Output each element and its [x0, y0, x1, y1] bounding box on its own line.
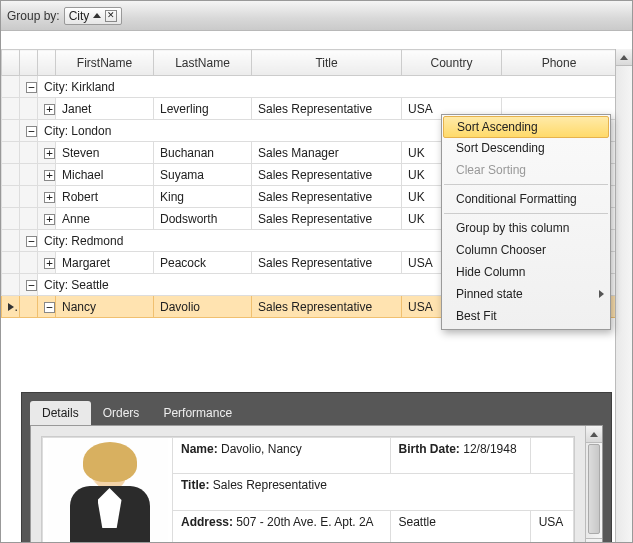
- cell-lastname[interactable]: Suyama: [154, 164, 252, 186]
- scroll-thumb[interactable]: [588, 444, 600, 534]
- detail-address-value: 507 - 20th Ave. E. Apt. 2A: [236, 515, 373, 529]
- cell-title[interactable]: Sales Representative: [252, 252, 402, 274]
- cell-lastname[interactable]: Dodsworth: [154, 208, 252, 230]
- row-spacer: [20, 296, 38, 318]
- row-expand-cell[interactable]: +: [38, 208, 56, 230]
- avatar-cell: [43, 438, 173, 544]
- cell-lastname[interactable]: Buchanan: [154, 142, 252, 164]
- menu-item[interactable]: Sort Ascending: [443, 116, 609, 138]
- close-icon[interactable]: ✕: [105, 10, 117, 22]
- cell-title[interactable]: Sales Representative: [252, 208, 402, 230]
- menu-item: Clear Sorting: [442, 159, 610, 181]
- avatar: [48, 438, 168, 543]
- plus-icon[interactable]: +: [44, 192, 55, 203]
- cell-firstname[interactable]: Janet: [56, 98, 154, 120]
- minus-icon[interactable]: −: [26, 280, 37, 291]
- chevron-up-icon: [590, 432, 598, 437]
- minus-icon[interactable]: −: [26, 236, 37, 247]
- cell-title[interactable]: Sales Representative: [252, 98, 402, 120]
- menu-item[interactable]: Sort Descending: [442, 137, 610, 159]
- row-expand-cell[interactable]: +: [38, 98, 56, 120]
- detail-name-value: Davolio, Nancy: [221, 442, 302, 456]
- menu-item[interactable]: Conditional Formatting: [442, 188, 610, 210]
- minus-icon[interactable]: −: [26, 82, 37, 93]
- row-expand-cell[interactable]: +: [38, 252, 56, 274]
- group-label[interactable]: City: Kirkland: [38, 76, 617, 98]
- detail-city-cell: Seattle: [390, 510, 530, 543]
- detail-name-label: Name:: [181, 442, 218, 456]
- header-phone[interactable]: Phone: [502, 50, 617, 76]
- group-expand-cell[interactable]: −: [20, 120, 38, 142]
- scroll-up-button[interactable]: [616, 49, 632, 66]
- cell-lastname[interactable]: King: [154, 186, 252, 208]
- row-indicator: [2, 142, 20, 164]
- header-country[interactable]: Country: [402, 50, 502, 76]
- group-chip-label: City: [69, 9, 90, 23]
- header-lastname[interactable]: LastName: [154, 50, 252, 76]
- header-indicator: [2, 50, 20, 76]
- group-by-bar: Group by: City ✕: [1, 1, 632, 31]
- header-title[interactable]: Title: [252, 50, 402, 76]
- menu-item[interactable]: Pinned state: [442, 283, 610, 305]
- group-expand-cell[interactable]: −: [20, 230, 38, 252]
- tab-performance[interactable]: Performance: [151, 401, 244, 425]
- tab-details[interactable]: Details: [30, 401, 91, 425]
- menu-item[interactable]: Best Fit: [442, 305, 610, 327]
- row-expand-cell[interactable]: +: [38, 164, 56, 186]
- row-spacer: [20, 186, 38, 208]
- plus-icon[interactable]: +: [44, 104, 55, 115]
- row-indicator: [2, 208, 20, 230]
- detail-title-cell: Title: Sales Representative: [173, 474, 574, 510]
- group-chip-city[interactable]: City ✕: [64, 7, 123, 25]
- row-indicator: [2, 120, 20, 142]
- detail-vertical-scrollbar[interactable]: [585, 426, 602, 543]
- row-indicator: [2, 230, 20, 252]
- group-expand-cell[interactable]: −: [20, 76, 38, 98]
- cell-firstname[interactable]: Margaret: [56, 252, 154, 274]
- detail-country-cell: USA: [530, 510, 573, 543]
- header-firstname[interactable]: FirstName: [56, 50, 154, 76]
- plus-icon[interactable]: +: [44, 258, 55, 269]
- plus-icon[interactable]: +: [44, 170, 55, 181]
- cell-title[interactable]: Sales Representative: [252, 164, 402, 186]
- scroll-up-button[interactable]: [586, 426, 602, 443]
- detail-name-cell: Name: Davolio, Nancy: [173, 438, 391, 474]
- plus-icon[interactable]: +: [44, 214, 55, 225]
- menu-item[interactable]: Column Chooser: [442, 239, 610, 261]
- scroll-down-button[interactable]: [586, 538, 602, 543]
- plus-icon[interactable]: +: [44, 148, 55, 159]
- chevron-right-icon: [599, 290, 604, 298]
- cell-firstname[interactable]: Robert: [56, 186, 154, 208]
- grid-vertical-scrollbar[interactable]: [615, 49, 632, 543]
- tab-orders[interactable]: Orders: [91, 401, 152, 425]
- detail-birth-cell: Birth Date: 12/8/1948: [390, 438, 530, 474]
- cell-title[interactable]: Sales Manager: [252, 142, 402, 164]
- header-expand1: [20, 50, 38, 76]
- row-indicator: [2, 252, 20, 274]
- row-expand-cell[interactable]: −: [38, 296, 56, 318]
- cell-firstname[interactable]: Nancy: [56, 296, 154, 318]
- detail-address-label: Address:: [181, 515, 233, 529]
- minus-icon[interactable]: −: [26, 126, 37, 137]
- minus-icon[interactable]: −: [44, 302, 55, 313]
- group-expand-cell[interactable]: −: [20, 274, 38, 296]
- cell-lastname[interactable]: Peacock: [154, 252, 252, 274]
- row-indicator: [2, 296, 20, 318]
- cell-lastname[interactable]: Leverling: [154, 98, 252, 120]
- cell-lastname[interactable]: Davolio: [154, 296, 252, 318]
- header-row: FirstName LastName Title Country Phone: [2, 50, 617, 76]
- cell-firstname[interactable]: Steven: [56, 142, 154, 164]
- row-expand-cell[interactable]: +: [38, 142, 56, 164]
- cell-firstname[interactable]: Michael: [56, 164, 154, 186]
- detail-empty1: [530, 438, 573, 474]
- menu-item[interactable]: Hide Column: [442, 261, 610, 283]
- menu-item[interactable]: Group by this column: [442, 217, 610, 239]
- cell-title[interactable]: Sales Representative: [252, 296, 402, 318]
- row-expand-cell[interactable]: +: [38, 186, 56, 208]
- row-spacer: [20, 252, 38, 274]
- row-spacer: [20, 164, 38, 186]
- cell-firstname[interactable]: Anne: [56, 208, 154, 230]
- row-spacer: [20, 208, 38, 230]
- row-indicator: [2, 76, 20, 98]
- cell-title[interactable]: Sales Representative: [252, 186, 402, 208]
